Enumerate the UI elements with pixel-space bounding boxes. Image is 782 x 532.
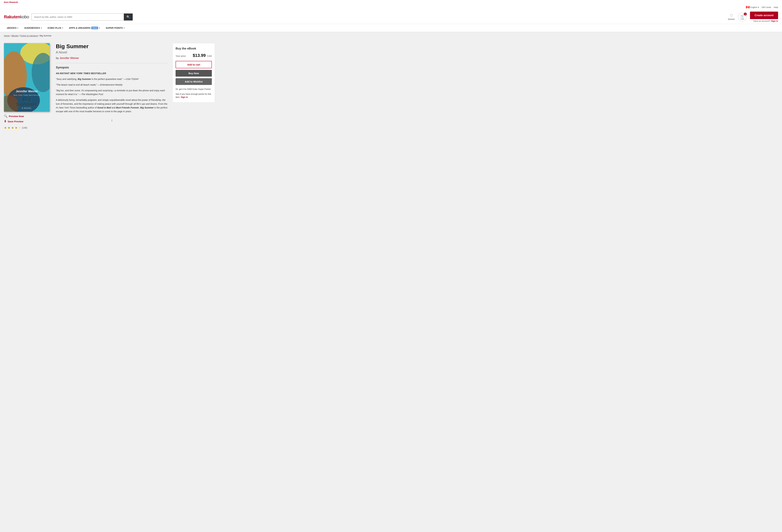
- add-to-wishlist-button[interactable]: Add to Wishlist: [176, 78, 212, 85]
- star-rating: ★ ★ ★ ★ ★ (146): [4, 126, 51, 130]
- sign-in-link[interactable]: Sign in: [771, 20, 778, 22]
- heart-icon: ♡: [730, 13, 733, 18]
- wishlist-label: Wishlist: [728, 18, 735, 21]
- price-currency: CAD: [207, 55, 212, 57]
- create-account-button[interactable]: Create account: [750, 11, 778, 19]
- preview-now-button[interactable]: 🔍 Preview Now: [4, 114, 51, 118]
- save-preview-label: Save Preview: [8, 120, 23, 123]
- book-cover: Jennifer Weiner New York Times BESTSELLE…: [4, 43, 50, 112]
- book-author-line: by Jennifer Weiner: [56, 57, 168, 60]
- chevron-down-icon: ▾: [17, 27, 18, 29]
- wishlist-button[interactable]: ♡ Wishlist: [728, 13, 735, 21]
- book-title: Big Summer: [56, 43, 168, 49]
- logo-text: Rakutenkobo: [4, 14, 29, 20]
- breadcrumb-ebooks[interactable]: eBooks: [11, 34, 19, 37]
- breadcrumb-current: Big Summer: [40, 34, 51, 37]
- super-points-text: Or, get it for 6400 Kobo Super Points!: [176, 87, 212, 91]
- book-subtitle: A Novel: [56, 50, 168, 54]
- sale-badge: SALE: [91, 27, 98, 29]
- sign-in-points-text: See if you have enough points for this i…: [176, 93, 212, 99]
- preview-now-label: Preview Now: [9, 115, 24, 117]
- buy-box: Buy the eBook Your price $13.99 CAD Add …: [173, 43, 215, 103]
- help-link[interactable]: Help: [774, 6, 778, 8]
- price-row: Your price $13.99 CAD: [176, 53, 212, 58]
- right-column: Buy the eBook Your price $13.99 CAD Add …: [173, 43, 215, 130]
- sign-in-points-link[interactable]: Sign in: [181, 96, 188, 98]
- synopsis-title: Synopsis: [56, 66, 168, 69]
- breadcrumb: Home / eBooks / Fiction & Literature / B…: [0, 32, 782, 39]
- search-input[interactable]: [32, 13, 124, 21]
- left-column: Jennifer Weiner New York Times BESTSELLE…: [4, 43, 51, 130]
- buy-now-button[interactable]: Buy Now: [176, 70, 212, 77]
- synopsis-text: AN INSTANT NEW YORK TIMES BESTSELLER "Se…: [56, 72, 168, 113]
- logo[interactable]: Rakutenkobo: [4, 14, 29, 20]
- nav-super-points[interactable]: SUPER POINTS ▾: [103, 24, 128, 32]
- nav-kobo-plus[interactable]: KOBO PLUS ▾: [45, 24, 66, 32]
- rating-count: (146): [22, 127, 27, 129]
- price-label: Your price: [176, 55, 186, 57]
- save-preview-button[interactable]: ⬇ Save Preview: [4, 119, 51, 123]
- search-icon: 🔍: [4, 114, 7, 118]
- earn-rewards-link[interactable]: Earn Rewards: [4, 1, 18, 3]
- gift-cards-link[interactable]: Gift Cards: [761, 6, 771, 8]
- have-account-text: Have an account?: [753, 20, 771, 22]
- cover-subtitle: A Novel: [6, 107, 47, 109]
- preview-actions: 🔍 Preview Now ⬇ Save Preview: [4, 114, 51, 123]
- chevron-down-icon: ▾: [99, 27, 100, 29]
- star-3: ★: [11, 126, 14, 130]
- breadcrumb-home[interactable]: Home: [4, 34, 10, 37]
- star-half: ★: [15, 126, 17, 130]
- cover-nyt: New York Times BESTSELLER: [6, 95, 47, 96]
- scroll-down-indicator[interactable]: ↓: [56, 115, 168, 125]
- breadcrumb-fiction[interactable]: Fiction & Literature: [20, 34, 38, 37]
- language-selector[interactable]: 🇨🇦 English ▾: [746, 5, 759, 9]
- cart-badge: 1: [744, 12, 747, 15]
- divider: [56, 63, 168, 63]
- buy-title: Buy the eBook: [176, 47, 212, 50]
- download-icon: ⬇: [4, 119, 6, 123]
- chevron-down-icon: ▾: [758, 6, 759, 8]
- search-bar: 🔍: [32, 13, 133, 21]
- cart-button[interactable]: 1 🛒 Cart: [738, 12, 747, 22]
- chevron-down-icon: ▾: [62, 27, 63, 29]
- nav-ebooks[interactable]: eBOOKS ▾: [4, 24, 21, 32]
- star-empty-5: ★: [18, 126, 21, 130]
- search-button[interactable]: 🔍: [124, 13, 133, 21]
- cover-author: Jennifer Weiner: [6, 90, 47, 93]
- author-link[interactable]: Jennifer Weiner: [60, 57, 79, 60]
- chevron-down-icon: ▾: [123, 27, 125, 29]
- flag-icon: 🇨🇦: [746, 5, 749, 9]
- price-value: $13.99: [193, 53, 206, 58]
- nav-audiobooks[interactable]: AUDIOBOOKS ▾: [21, 24, 45, 32]
- language-label: English: [750, 6, 757, 8]
- main-nav: eBOOKS ▾ AUDIOBOOKS ▾ KOBO PLUS ▾ APPS &…: [0, 24, 782, 32]
- star-1: ★: [4, 126, 7, 130]
- main-content: Jennifer Weiner New York Times BESTSELLE…: [0, 39, 219, 134]
- star-2: ★: [7, 126, 10, 130]
- cart-label: Cart: [741, 18, 744, 20]
- cover-title: Big Summer: [6, 97, 47, 107]
- nav-apps-ereaders[interactable]: APPS & eREADERS SALE ▾: [66, 24, 103, 32]
- add-to-cart-button[interactable]: Add to cart: [176, 61, 212, 68]
- center-column: Big Summer A Novel by Jennifer Weiner Sy…: [56, 43, 168, 130]
- chevron-down-icon: ▾: [41, 27, 42, 29]
